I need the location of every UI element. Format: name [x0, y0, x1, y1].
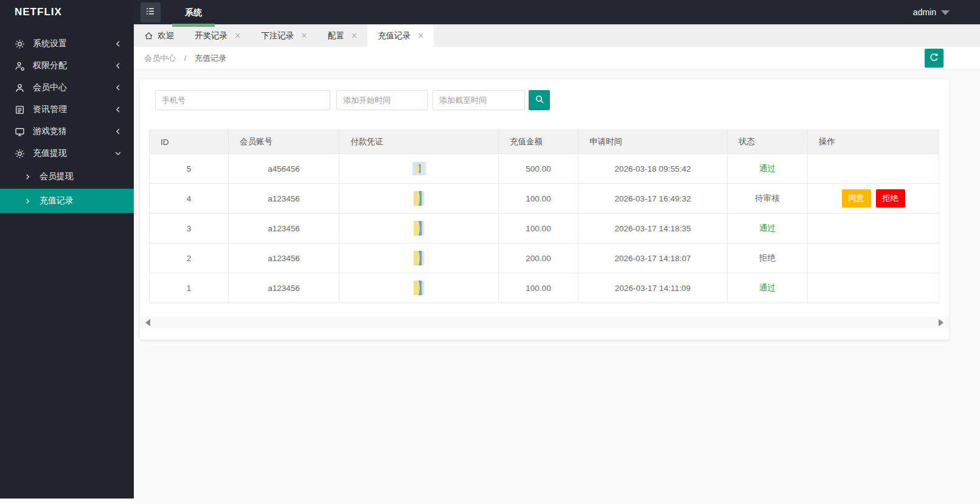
sidebar-item[interactable]: 会员中心 [0, 77, 134, 99]
cell-amount: 100.00 [499, 184, 579, 214]
scroll-left-arrow-icon[interactable] [145, 319, 150, 326]
cell-status: 拒绝 [728, 243, 808, 273]
chevron-left-icon [114, 106, 122, 113]
start-time-input[interactable] [336, 90, 428, 110]
cell-actions [808, 243, 939, 273]
cell-id: 4 [150, 184, 229, 214]
cell-amount: 100.00 [499, 273, 579, 303]
sidebar-item[interactable]: 充值提现 [0, 142, 134, 164]
end-time-input[interactable] [433, 90, 525, 110]
cell-amount: 200.00 [499, 243, 579, 273]
close-icon[interactable]: × [418, 31, 423, 41]
cell-status: 通过 [728, 154, 808, 184]
sidebar-item-label: 资讯管理 [33, 104, 114, 115]
sidebar-subitem[interactable]: 充值记录 [0, 189, 134, 213]
cell-voucher [339, 243, 499, 273]
tab-active[interactable]: 充值记录× [367, 24, 434, 47]
gear-icon [15, 39, 25, 49]
phone-input[interactable] [155, 90, 330, 110]
sidebar-item[interactable]: 游戏竞猜 [0, 121, 134, 142]
chevron-down-icon [114, 150, 122, 157]
search-button[interactable] [529, 90, 550, 110]
payment-voucher-thumbnail[interactable] [413, 280, 425, 296]
column-header: 状态 [728, 130, 808, 154]
scroll-right-arrow-icon[interactable] [939, 319, 944, 326]
tab-item[interactable]: 开奖记录× [184, 24, 251, 47]
content-card: ID会员账号付款凭证充值金额申请时间状态操作 5a456456500.00202… [140, 79, 949, 340]
user-dropdown[interactable]: admin [913, 0, 950, 24]
cell-id: 1 [150, 273, 229, 303]
sidebar-subitem[interactable]: 会员提现 [0, 164, 134, 189]
topnav-label: 系统 [185, 7, 202, 17]
tab-label: 欢迎 [158, 30, 174, 41]
tab-item[interactable]: 下注记录× [251, 24, 317, 47]
status-badge: 通过 [759, 223, 776, 233]
cell-voucher [339, 214, 499, 243]
breadcrumb-item-member-center[interactable]: 会员中心 [144, 54, 176, 63]
reject-button[interactable]: 拒绝 [876, 189, 905, 208]
payment-voucher-thumbnail[interactable] [413, 250, 425, 266]
close-icon[interactable]: × [352, 31, 357, 41]
arrow-right-icon [24, 198, 31, 205]
tab-item[interactable]: 配置× [318, 24, 367, 47]
cell-voucher [339, 273, 499, 303]
topbar: 系统 admin [134, 0, 980, 24]
cell-account: a123456 [229, 243, 339, 273]
username: admin [913, 7, 936, 17]
sidebar-item-label: 权限分配 [33, 60, 114, 71]
agree-button[interactable]: 同意 [842, 189, 871, 208]
breadcrumb-bar: 会员中心 / 充值记录 [134, 47, 980, 70]
tab-item[interactable]: 欢迎 [134, 24, 184, 47]
refresh-button[interactable] [925, 49, 944, 68]
status-badge: 通过 [759, 164, 776, 173]
topnav-item-system[interactable]: 系统 [169, 0, 218, 24]
tab-label: 充值记录 [378, 30, 411, 41]
main-content: ID会员账号付款凭证充值金额申请时间状态操作 5a456456500.00202… [134, 70, 980, 504]
payment-voucher-thumbnail[interactable] [413, 220, 425, 236]
cell-account: a123456 [229, 273, 339, 303]
cell-voucher [339, 154, 499, 184]
document-icon [15, 105, 25, 115]
payment-voucher-thumbnail[interactable] [412, 162, 426, 175]
payment-voucher-thumbnail[interactable] [413, 191, 425, 206]
tab-label: 开奖记录 [195, 30, 228, 41]
sidebar-subitem-label: 会员提现 [40, 171, 74, 182]
recharge-records-table: ID会员账号付款凭证充值金额申请时间状态操作 5a456456500.00202… [149, 130, 939, 303]
sidebar-item[interactable]: 系统设置 [0, 33, 134, 55]
brand-logo: NETFLIX [0, 0, 134, 24]
close-icon[interactable]: × [301, 31, 307, 41]
tab-label: 配置 [328, 30, 344, 41]
cell-actions [808, 214, 939, 243]
cell-actions: 同意拒绝 [808, 184, 939, 214]
sidebar: NETFLIX 系统设置权限分配会员中心资讯管理游戏竞猜充值提现会员提现充值记录 [0, 0, 134, 499]
cell-actions [808, 154, 939, 184]
search-icon [535, 94, 544, 106]
cell-time: 2026-03-17 14:11:09 [579, 273, 728, 303]
column-header: 会员账号 [229, 130, 339, 154]
cell-id: 5 [150, 154, 229, 184]
sidebar-item-label: 系统设置 [33, 38, 114, 49]
close-icon[interactable]: × [235, 31, 240, 41]
tab-label: 下注记录 [261, 30, 294, 41]
chevron-left-icon [114, 84, 122, 91]
column-header: 充值金额 [499, 130, 579, 154]
hamburger-button[interactable] [141, 2, 161, 23]
horizontal-scrollbar[interactable] [140, 317, 949, 329]
column-header: 付款凭证 [339, 130, 499, 154]
cell-time: 2026-03-18 09:55:42 [579, 154, 728, 184]
sidebar-item[interactable]: 资讯管理 [0, 99, 134, 121]
gear-icon [15, 149, 25, 159]
cell-time: 2026-03-17 14:18:35 [579, 214, 728, 243]
cell-id: 2 [150, 243, 229, 273]
table-header-row: ID会员账号付款凭证充值金额申请时间状态操作 [150, 130, 939, 154]
caret-down-icon [941, 10, 950, 15]
cell-status: 待审核 [728, 184, 808, 214]
sidebar-subitem-label: 充值记录 [40, 195, 74, 206]
table-row: 4a123456100.002026-03-17 16:49:32待审核同意拒绝 [150, 184, 939, 214]
status-badge: 拒绝 [759, 253, 776, 262]
sidebar-menu: 系统设置权限分配会员中心资讯管理游戏竞猜充值提现会员提现充值记录 [0, 33, 134, 213]
sidebar-item[interactable]: 权限分配 [0, 55, 134, 77]
cell-account: a123456 [229, 184, 339, 214]
search-toolbar [155, 90, 940, 110]
tab-bar: 欢迎开奖记录×下注记录×配置×充值记录× [134, 24, 980, 47]
